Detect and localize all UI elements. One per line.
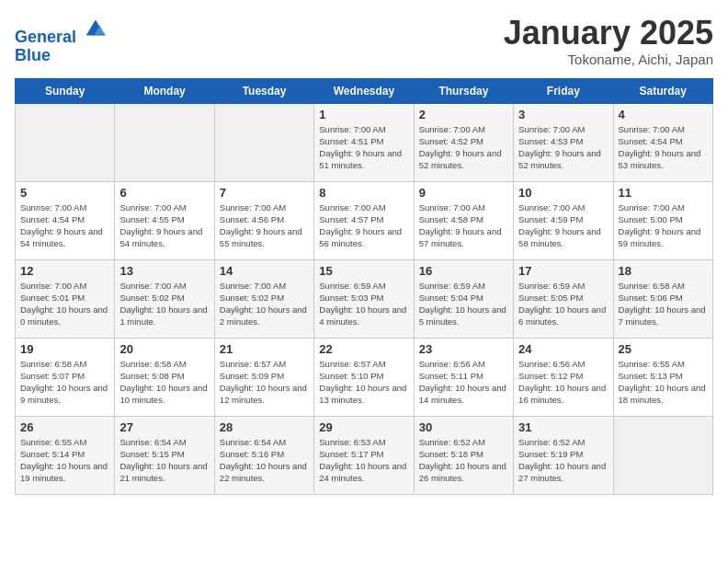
calendar-cell: 25Sunrise: 6:55 AM Sunset: 5:13 PM Dayli… xyxy=(613,338,712,416)
day-number: 18 xyxy=(619,264,708,278)
calendar-cell: 14Sunrise: 7:00 AM Sunset: 5:02 PM Dayli… xyxy=(214,259,313,338)
day-info: Sunrise: 6:58 AM Sunset: 5:08 PM Dayligh… xyxy=(119,358,209,407)
day-info: Sunrise: 7:00 AM Sunset: 4:54 PM Dayligh… xyxy=(20,201,109,250)
day-info: Sunrise: 7:00 AM Sunset: 4:59 PM Dayligh… xyxy=(518,201,608,250)
calendar-cell: 11Sunrise: 7:00 AM Sunset: 5:00 PM Dayli… xyxy=(613,181,712,259)
day-info: Sunrise: 6:55 AM Sunset: 5:13 PM Dayligh… xyxy=(619,358,708,407)
day-number: 7 xyxy=(220,186,309,200)
day-info: Sunrise: 6:59 AM Sunset: 5:04 PM Dayligh… xyxy=(419,280,508,328)
calendar-cell: 20Sunrise: 6:58 AM Sunset: 5:08 PM Dayli… xyxy=(115,338,214,416)
calendar-cell: 31Sunrise: 6:52 AM Sunset: 5:19 PM Dayli… xyxy=(514,416,613,494)
calendar-cell xyxy=(115,103,214,181)
logo-blue: Blue xyxy=(15,47,108,65)
calendar-cell: 28Sunrise: 6:54 AM Sunset: 5:16 PM Dayli… xyxy=(214,416,313,494)
calendar-table: SundayMondayTuesdayWednesdayThursdayFrid… xyxy=(15,78,713,495)
day-number: 17 xyxy=(518,264,608,278)
title-block: January 2025 Tokoname, Aichi, Japan xyxy=(504,15,713,67)
day-info: Sunrise: 6:55 AM Sunset: 5:14 PM Dayligh… xyxy=(20,436,109,485)
day-number: 14 xyxy=(220,264,309,278)
day-header-wednesday: Wednesday xyxy=(314,78,414,103)
day-info: Sunrise: 7:00 AM Sunset: 5:01 PM Dayligh… xyxy=(20,280,109,328)
day-number: 1 xyxy=(319,108,408,121)
calendar-cell xyxy=(16,103,115,181)
day-number: 13 xyxy=(119,264,209,278)
day-number: 24 xyxy=(518,342,608,356)
calendar-cell: 26Sunrise: 6:55 AM Sunset: 5:14 PM Dayli… xyxy=(16,416,115,494)
calendar-cell: 19Sunrise: 6:58 AM Sunset: 5:07 PM Dayli… xyxy=(16,338,115,416)
day-number: 10 xyxy=(518,186,608,200)
calendar-cell: 12Sunrise: 7:00 AM Sunset: 5:01 PM Dayli… xyxy=(16,259,115,338)
calendar-cell: 24Sunrise: 6:56 AM Sunset: 5:12 PM Dayli… xyxy=(514,338,613,416)
calendar-cell: 8Sunrise: 7:00 AM Sunset: 4:57 PM Daylig… xyxy=(314,181,414,259)
calendar-week-4: 19Sunrise: 6:58 AM Sunset: 5:07 PM Dayli… xyxy=(16,338,713,416)
calendar-header-row: SundayMondayTuesdayWednesdayThursdayFrid… xyxy=(16,78,713,103)
day-info: Sunrise: 7:00 AM Sunset: 4:53 PM Dayligh… xyxy=(518,123,608,172)
day-info: Sunrise: 6:57 AM Sunset: 5:10 PM Dayligh… xyxy=(319,358,408,407)
day-number: 3 xyxy=(518,108,608,121)
day-info: Sunrise: 7:00 AM Sunset: 4:58 PM Dayligh… xyxy=(419,201,508,250)
day-info: Sunrise: 6:58 AM Sunset: 5:07 PM Dayligh… xyxy=(20,358,109,407)
logo: General Blue xyxy=(15,15,108,65)
day-number: 4 xyxy=(619,108,708,121)
day-info: Sunrise: 7:00 AM Sunset: 4:57 PM Dayligh… xyxy=(319,201,408,250)
calendar-cell xyxy=(214,103,313,181)
day-number: 30 xyxy=(419,420,508,434)
day-info: Sunrise: 6:56 AM Sunset: 5:12 PM Dayligh… xyxy=(518,358,608,407)
calendar-week-2: 5Sunrise: 7:00 AM Sunset: 4:54 PM Daylig… xyxy=(16,181,713,259)
day-number: 12 xyxy=(20,264,109,278)
day-number: 20 xyxy=(119,342,209,356)
calendar-cell: 3Sunrise: 7:00 AM Sunset: 4:53 PM Daylig… xyxy=(514,103,613,181)
calendar-cell: 15Sunrise: 6:59 AM Sunset: 5:03 PM Dayli… xyxy=(314,259,414,338)
day-info: Sunrise: 6:57 AM Sunset: 5:09 PM Dayligh… xyxy=(220,358,309,407)
day-header-friday: Friday xyxy=(514,78,613,103)
day-info: Sunrise: 6:54 AM Sunset: 5:15 PM Dayligh… xyxy=(119,436,209,485)
day-number: 27 xyxy=(119,420,209,434)
day-info: Sunrise: 6:58 AM Sunset: 5:06 PM Dayligh… xyxy=(619,280,708,328)
day-info: Sunrise: 7:00 AM Sunset: 4:52 PM Dayligh… xyxy=(419,123,508,172)
calendar-week-1: 1Sunrise: 7:00 AM Sunset: 4:51 PM Daylig… xyxy=(16,103,713,181)
day-number: 11 xyxy=(619,186,708,200)
calendar-cell: 22Sunrise: 6:57 AM Sunset: 5:10 PM Dayli… xyxy=(314,338,414,416)
day-info: Sunrise: 6:59 AM Sunset: 5:03 PM Dayligh… xyxy=(319,280,408,328)
day-number: 29 xyxy=(319,420,408,434)
calendar-subtitle: Tokoname, Aichi, Japan xyxy=(504,52,713,67)
day-info: Sunrise: 7:00 AM Sunset: 5:02 PM Dayligh… xyxy=(119,280,209,328)
day-number: 28 xyxy=(220,420,309,434)
calendar-cell: 17Sunrise: 6:59 AM Sunset: 5:05 PM Dayli… xyxy=(514,259,613,338)
calendar-cell: 9Sunrise: 7:00 AM Sunset: 4:58 PM Daylig… xyxy=(414,181,513,259)
calendar-cell: 4Sunrise: 7:00 AM Sunset: 4:54 PM Daylig… xyxy=(613,103,712,181)
calendar-cell: 29Sunrise: 6:53 AM Sunset: 5:17 PM Dayli… xyxy=(314,416,414,494)
calendar-cell: 30Sunrise: 6:52 AM Sunset: 5:18 PM Dayli… xyxy=(414,416,513,494)
calendar-body: 1Sunrise: 7:00 AM Sunset: 4:51 PM Daylig… xyxy=(16,103,713,494)
day-info: Sunrise: 6:56 AM Sunset: 5:11 PM Dayligh… xyxy=(419,358,508,407)
day-header-tuesday: Tuesday xyxy=(214,78,313,103)
logo-text: General xyxy=(15,15,108,47)
day-number: 26 xyxy=(20,420,109,434)
calendar-cell: 23Sunrise: 6:56 AM Sunset: 5:11 PM Dayli… xyxy=(414,338,513,416)
day-info: Sunrise: 7:00 AM Sunset: 4:55 PM Dayligh… xyxy=(119,201,209,250)
calendar-cell: 18Sunrise: 6:58 AM Sunset: 5:06 PM Dayli… xyxy=(613,259,712,338)
calendar-cell: 7Sunrise: 7:00 AM Sunset: 4:56 PM Daylig… xyxy=(214,181,313,259)
day-info: Sunrise: 6:52 AM Sunset: 5:19 PM Dayligh… xyxy=(518,436,608,485)
day-info: Sunrise: 6:54 AM Sunset: 5:16 PM Dayligh… xyxy=(220,436,309,485)
logo-icon xyxy=(83,15,108,40)
day-info: Sunrise: 7:00 AM Sunset: 4:51 PM Dayligh… xyxy=(319,123,408,172)
day-number: 16 xyxy=(419,264,508,278)
day-number: 25 xyxy=(619,342,708,356)
calendar-cell: 1Sunrise: 7:00 AM Sunset: 4:51 PM Daylig… xyxy=(314,103,414,181)
day-number: 31 xyxy=(518,420,608,434)
day-info: Sunrise: 6:52 AM Sunset: 5:18 PM Dayligh… xyxy=(419,436,508,485)
day-info: Sunrise: 7:00 AM Sunset: 5:00 PM Dayligh… xyxy=(619,201,708,250)
day-number: 19 xyxy=(20,342,109,356)
day-info: Sunrise: 6:53 AM Sunset: 5:17 PM Dayligh… xyxy=(319,436,408,485)
calendar-week-5: 26Sunrise: 6:55 AM Sunset: 5:14 PM Dayli… xyxy=(16,416,713,494)
day-info: Sunrise: 7:00 AM Sunset: 4:54 PM Dayligh… xyxy=(619,123,708,172)
day-header-thursday: Thursday xyxy=(414,78,513,103)
day-header-sunday: Sunday xyxy=(16,78,115,103)
day-number: 6 xyxy=(119,186,209,200)
calendar-week-3: 12Sunrise: 7:00 AM Sunset: 5:01 PM Dayli… xyxy=(16,259,713,338)
day-number: 5 xyxy=(20,186,109,200)
calendar-cell: 5Sunrise: 7:00 AM Sunset: 4:54 PM Daylig… xyxy=(16,181,115,259)
day-info: Sunrise: 6:59 AM Sunset: 5:05 PM Dayligh… xyxy=(518,280,608,328)
day-info: Sunrise: 7:00 AM Sunset: 4:56 PM Dayligh… xyxy=(220,201,309,250)
